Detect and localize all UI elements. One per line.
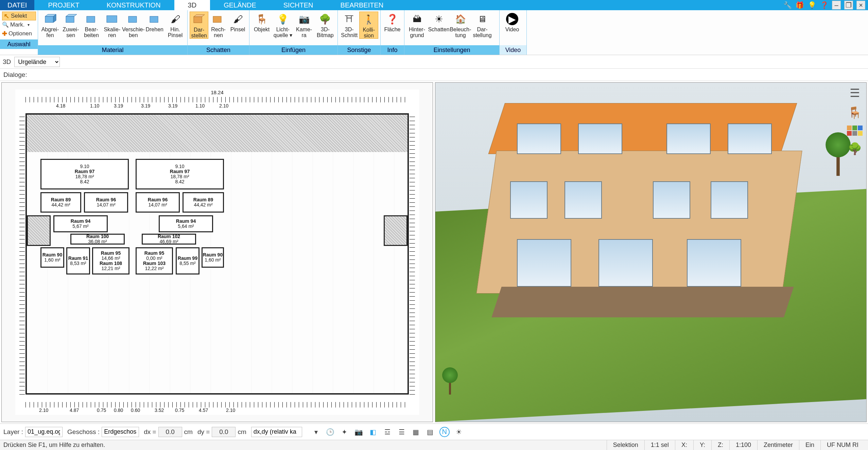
einst-beleuchtung[interactable]: Beleuch-tung <box>450 12 471 38</box>
sidetool-palette-icon[interactable] <box>847 126 863 136</box>
tree-3d <box>442 367 458 395</box>
einst-hintergrund[interactable]: Hinter-grund <box>406 12 428 38</box>
sidetool-furniture-icon[interactable]: 🪑 <box>848 106 862 119</box>
einfuegen-3dbitmap[interactable]: 3D-Bitmap <box>315 12 335 38</box>
dim: 3.19 <box>141 103 150 109</box>
bt-grid-icon[interactable]: ▤ <box>425 427 435 437</box>
sidetool-layers-icon[interactable]: ☰ <box>850 86 860 100</box>
material-zuweisen[interactable]: Zuwei-sen <box>61 12 81 38</box>
menu-tab-gelaende[interactable]: GELÄNDE <box>210 0 270 10</box>
bt-caret-icon[interactable]: ▾ <box>311 427 321 437</box>
layer-input[interactable] <box>25 427 63 437</box>
tool-icon-help[interactable]: ❓ <box>820 1 829 10</box>
bt-north-icon[interactable]: N <box>439 427 450 437</box>
dy-spinner[interactable]: 0.0 <box>212 427 236 437</box>
bt-stack-icon[interactable]: ☰ <box>397 427 407 437</box>
svg-marker-10 <box>194 15 205 17</box>
group-label-auswahl: Auswahl <box>0 39 38 49</box>
svg-rect-8 <box>150 16 158 22</box>
relativ-input[interactable] <box>251 427 302 437</box>
dim-overall: 18.24 <box>15 89 419 96</box>
video-button[interactable]: Video <box>502 12 523 32</box>
tool-icon-bulb[interactable]: 💡 <box>808 1 816 10</box>
bt-camera-icon[interactable]: 📷 <box>354 427 364 437</box>
status-y: Y: <box>693 440 711 450</box>
status-hint: Drücken Sie F1, um Hilfe zu erhalten. <box>3 441 105 449</box>
sonstige-kollision[interactable]: Kolli-sion <box>359 12 378 39</box>
menu-tab-datei[interactable]: DATEI <box>0 0 34 10</box>
tool-icon-wrench[interactable]: 🔧 <box>783 1 792 10</box>
bt-clock-icon[interactable]: 🕒 <box>325 427 335 437</box>
schatten-pinsel[interactable]: Pinsel <box>228 12 247 32</box>
terrain-select[interactable]: Urgelände <box>14 57 60 67</box>
mode-label: 3D <box>3 58 11 66</box>
dy-label: dy = <box>197 428 210 436</box>
selekt-label: Selekt <box>11 13 27 19</box>
schatten-darstellen[interactable]: Dar-stellen <box>190 12 208 39</box>
light-icon <box>275 12 290 26</box>
dim: 0.75 <box>175 407 184 413</box>
material-abgreifen[interactable]: Abgrei-fen <box>40 12 60 38</box>
einfuegen-objekt[interactable]: Objekt <box>251 12 272 32</box>
room-label: Raum 99 <box>178 256 197 261</box>
group-label-schatten: Schatten <box>188 45 249 55</box>
svg-rect-3 <box>66 16 74 22</box>
einfuegen-lichtquelle[interactable]: Licht-quelle ▾ <box>273 12 293 38</box>
room-label: Raum 95 <box>144 251 164 256</box>
material-drehen[interactable]: Drehen <box>144 12 164 32</box>
magnifier-icon <box>2 21 9 28</box>
dialoge-label: Dialoge: <box>0 69 868 81</box>
section-icon <box>342 12 357 26</box>
schatten-rechnen[interactable]: Rech-nen <box>209 12 228 38</box>
einfuegen-kamera[interactable]: Kame-ra <box>294 12 314 38</box>
window-maximize[interactable]: ❐ <box>844 1 853 10</box>
einst-darstellung[interactable]: Dar-stellung <box>472 12 493 38</box>
play-icon <box>505 12 520 26</box>
optionen-button[interactable]: Optionen <box>2 29 36 38</box>
sidetool-tree-icon[interactable]: 🌳 <box>848 142 862 155</box>
dim: 0.80 <box>114 407 123 413</box>
bt-cube-icon[interactable]: ◧ <box>368 427 378 437</box>
menu-tab-3d[interactable]: 3D <box>174 0 210 10</box>
pane-2d-plan[interactable]: 18.24 9.10Raum 9718,78 m²8.42 9.10Raum 9… <box>1 82 433 422</box>
menu-tab-projekt[interactable]: PROJEKT <box>34 0 93 10</box>
status-unit: Zentimeter <box>757 440 799 450</box>
geschoss-input[interactable] <box>102 427 139 437</box>
window-minimize[interactable]: – <box>832 1 841 10</box>
svg-rect-7 <box>128 16 137 22</box>
dim: 3.19 <box>168 103 177 109</box>
material-hinpinsel[interactable]: Hin.Pinsel <box>165 12 185 38</box>
material-verschieben[interactable]: Verschie-ben <box>123 12 144 38</box>
group-label-info: Info <box>381 45 404 55</box>
room-label: Raum 96 <box>148 197 168 202</box>
info-flaeche[interactable]: Fläche <box>383 12 402 32</box>
material-skalieren[interactable]: Skalie-ren <box>102 12 122 38</box>
einst-schatten[interactable]: Schatten <box>428 12 449 32</box>
menu-tab-bearbeiten[interactable]: BEARBEITEN <box>327 0 397 10</box>
dim: 4.87 <box>70 407 79 413</box>
bt-sun-icon[interactable]: ☀ <box>454 427 464 437</box>
window-close[interactable]: × <box>856 1 865 10</box>
monitor-icon <box>475 12 490 26</box>
info-icon <box>385 12 400 26</box>
mark-dropdown[interactable]: Mark. <box>2 20 36 29</box>
material-bearbeiten[interactable]: Bear-beiten <box>82 12 102 38</box>
menu-tab-sichten[interactable]: SICHTEN <box>270 0 327 10</box>
dx-spinner[interactable]: 0.0 <box>158 427 182 437</box>
brush-icon <box>230 12 245 26</box>
mark-label: Mark. <box>10 21 25 28</box>
pane-3d-view[interactable]: ☰ 🪑 🌳 <box>435 82 867 422</box>
bt-layers-icon[interactable]: ☲ <box>382 427 393 437</box>
sonstige-3dschnitt[interactable]: 3D-Schnitt <box>340 12 359 38</box>
selekt-button[interactable]: Selekt <box>2 12 36 20</box>
dim: 3.19 <box>114 103 123 109</box>
status-x: X: <box>675 440 693 450</box>
dim: 4.57 <box>199 407 208 413</box>
bt-box-icon[interactable]: ▦ <box>411 427 421 437</box>
group-label-sonstige: Sonstige <box>338 45 380 55</box>
room-label: Raum 97 <box>75 169 94 174</box>
menu-tab-konstruktion[interactable]: KONSTRUKTION <box>93 0 174 10</box>
object-icon <box>254 12 269 26</box>
tool-icon-gift[interactable]: 🎁 <box>795 1 804 10</box>
bt-star-icon[interactable]: ✦ <box>340 427 350 437</box>
